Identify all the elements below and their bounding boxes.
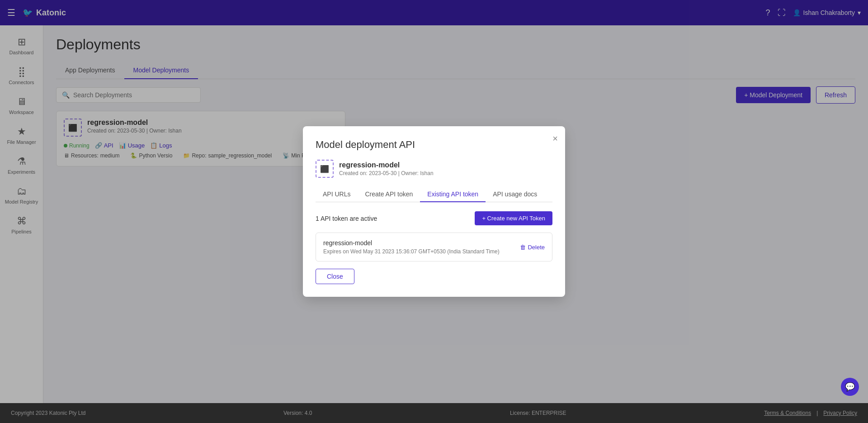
modal-model-details: regression-model Created on: 2023-05-30 … <box>339 161 434 176</box>
modal-model-icon: ⬛ <box>316 160 334 178</box>
create-new-api-token-button[interactable]: + Create new API Token <box>475 211 552 225</box>
modal-model-sub: Created on: 2023-05-30 | Owner: Ishan <box>339 170 434 176</box>
chat-bubble[interactable]: 💬 <box>841 378 859 396</box>
close-modal-button[interactable]: Close <box>316 269 354 284</box>
modal-model-name: regression-model <box>339 161 434 169</box>
modal-tab-api-usage-docs[interactable]: API usage docs <box>486 187 544 202</box>
modal-footer: Close <box>316 269 552 284</box>
token-expiry: Expires on Wed May 31 2023 15:36:07 GMT+… <box>323 248 500 255</box>
modal-close-button[interactable]: × <box>552 133 558 144</box>
modal-tab-existing-api-token[interactable]: Existing API token <box>420 187 486 202</box>
modal-tabs: API URLs Create API token Existing API t… <box>316 187 552 202</box>
chat-icon: 💬 <box>845 382 855 392</box>
modal-tab-api-urls[interactable]: API URLs <box>316 187 358 202</box>
modal-overlay: Model deployment API × ⬛ regression-mode… <box>0 0 868 423</box>
modal-title: Model deployment API <box>316 139 552 151</box>
modal-model-info: ⬛ regression-model Created on: 2023-05-3… <box>316 160 552 178</box>
token-header: 1 API token are active + Create new API … <box>316 211 552 225</box>
trash-icon: 🗑 <box>520 244 526 251</box>
model-deployment-api-modal: Model deployment API × ⬛ regression-mode… <box>303 126 565 297</box>
modal-tab-create-api-token[interactable]: Create API token <box>358 187 420 202</box>
token-row: regression-model Expires on Wed May 31 2… <box>316 233 552 261</box>
delete-token-button[interactable]: 🗑 Delete <box>520 244 545 251</box>
token-name: regression-model <box>323 239 500 247</box>
token-info: regression-model Expires on Wed May 31 2… <box>323 239 500 255</box>
token-count-label: 1 API token are active <box>316 215 377 222</box>
